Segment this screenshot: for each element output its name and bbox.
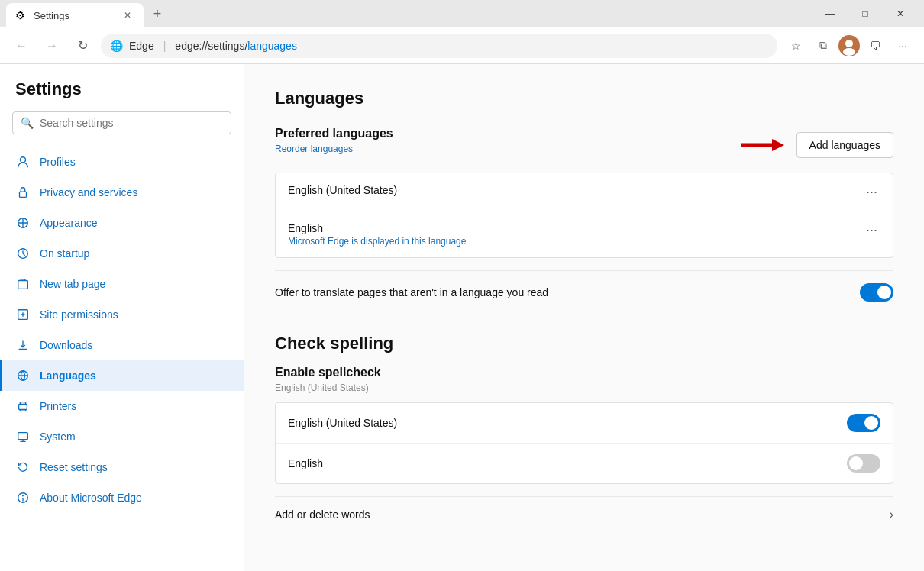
reorder-languages-link[interactable]: Reorder languages: [275, 144, 393, 154]
refresh-button[interactable]: ↻: [70, 34, 95, 58]
sidebar-item-label: New tab page: [40, 278, 105, 290]
preferred-languages-section: Preferred languages Reorder languages Ad…: [275, 127, 893, 309]
sidebar-item-label: Privacy and services: [40, 186, 137, 198]
lang-name: English (United States): [288, 184, 397, 196]
sidebar-item-label: Reset settings: [40, 461, 108, 473]
sidebar-item-label: About Microsoft Edge: [40, 492, 142, 504]
tab-close-button[interactable]: ✕: [121, 8, 134, 22]
title-bar: ⚙ Settings ✕ + — □ ✕: [0, 0, 924, 27]
site-permissions-icon: [15, 307, 31, 322]
sidebar-item-on-startup[interactable]: On startup: [0, 238, 244, 269]
sidebar-item-profiles[interactable]: Profiles: [0, 147, 244, 177]
profile-avatar[interactable]: [838, 35, 860, 56]
sidebar-item-printers[interactable]: Printers: [0, 391, 244, 421]
translate-toggle[interactable]: [860, 283, 893, 302]
svg-rect-6: [18, 281, 28, 289]
add-languages-button[interactable]: Add languages: [796, 132, 893, 158]
toggle-knob: [877, 286, 891, 299]
svg-point-12: [23, 495, 24, 496]
spellcheck-title: Enable spellcheck: [275, 366, 893, 379]
lang-more-button[interactable]: ···: [863, 184, 880, 200]
system-icon: [15, 429, 31, 444]
translate-toggle-label: Offer to translate pages that aren't in …: [275, 286, 548, 298]
forward-button[interactable]: →: [40, 34, 64, 58]
feedback-button[interactable]: 🗨: [863, 34, 887, 58]
search-box[interactable]: 🔍: [12, 111, 231, 134]
sidebar-item-about[interactable]: About Microsoft Edge: [0, 482, 244, 513]
translate-toggle-row: Offer to translate pages that aren't in …: [275, 270, 893, 309]
sidebar: Settings 🔍 Profiles Privacy and services…: [0, 64, 244, 571]
tab-title: Settings: [34, 10, 115, 21]
add-languages-wrap: Add languages: [738, 132, 893, 158]
sidebar-item-new-tab[interactable]: New tab page: [0, 269, 244, 299]
preferred-languages-list: English (United States) ··· English Micr…: [275, 173, 893, 258]
maximize-button[interactable]: □: [848, 0, 883, 27]
sidebar-item-reset[interactable]: Reset settings: [0, 452, 244, 482]
close-button[interactable]: ✕: [883, 0, 918, 27]
appearance-icon: [15, 215, 31, 231]
sidebar-item-appearance[interactable]: Appearance: [0, 208, 244, 238]
spellcheck-sublang: English (United States): [275, 382, 893, 393]
edge-logo-icon: 🌐: [110, 40, 123, 52]
new-tab-button[interactable]: +: [147, 3, 168, 24]
sidebar-item-system[interactable]: System: [0, 421, 244, 452]
lang-name: English: [288, 222, 466, 234]
svg-point-0: [845, 40, 853, 47]
page-title: Languages: [275, 89, 893, 108]
about-icon: [15, 490, 31, 505]
address-input[interactable]: 🌐 Edge | edge://settings/languages: [101, 34, 777, 58]
window-controls: — □ ✕: [813, 0, 918, 27]
svg-point-1: [843, 48, 855, 56]
collections-button[interactable]: ⧉: [811, 34, 835, 58]
toggle-slider: [847, 414, 880, 432]
back-button[interactable]: ←: [9, 34, 34, 58]
privacy-icon: [15, 185, 31, 200]
sidebar-item-label: Languages: [40, 369, 96, 382]
add-delete-words-row[interactable]: Add or delete words ›: [275, 496, 893, 532]
spell-item-english-us: English (United States): [276, 403, 893, 444]
on-startup-icon: [15, 246, 31, 261]
svg-point-2: [20, 157, 25, 163]
search-icon: 🔍: [21, 117, 34, 129]
minimize-button[interactable]: —: [813, 0, 848, 27]
spell-lang-name: English (United States): [288, 417, 397, 429]
tab-area: ⚙ Settings ✕ +: [6, 0, 813, 27]
add-delete-words-label: Add or delete words: [275, 508, 370, 521]
lang-item-english: English Microsoft Edge is displayed in t…: [276, 211, 893, 257]
new-tab-icon: [15, 276, 31, 292]
lang-item-left: English (United States): [288, 184, 397, 196]
sidebar-item-label: Site permissions: [40, 308, 118, 321]
address-bar: ← → ↻ 🌐 Edge | edge://settings/languages…: [0, 27, 924, 64]
languages-icon: [15, 368, 31, 383]
check-spelling-section: Check spelling Enable spellcheck English…: [275, 334, 893, 532]
more-button[interactable]: ···: [890, 34, 915, 58]
spell-toggle-english[interactable]: [847, 454, 880, 473]
sidebar-item-downloads[interactable]: Downloads: [0, 330, 244, 360]
reset-icon: [15, 460, 31, 475]
search-input[interactable]: [40, 117, 223, 129]
url-highlight: languages: [247, 40, 297, 52]
content-area: Languages Preferred languages Reorder la…: [244, 64, 924, 571]
sidebar-item-label: Profiles: [40, 156, 76, 168]
address-actions: ☆ ⧉ 🗨 ···: [783, 34, 915, 58]
spell-header: Enable spellcheck English (United States…: [275, 366, 893, 393]
spell-lang-name: English: [288, 457, 323, 469]
favorite-button[interactable]: ☆: [783, 34, 808, 58]
sidebar-item-site-permissions[interactable]: Site permissions: [0, 299, 244, 330]
printers-icon: [15, 398, 31, 414]
sidebar-item-privacy[interactable]: Privacy and services: [0, 177, 244, 208]
settings-tab[interactable]: ⚙ Settings ✕: [6, 3, 144, 27]
arrow-indicator: [738, 134, 784, 156]
lang-item-left: English Microsoft Edge is displayed in t…: [288, 222, 466, 247]
sidebar-item-label: Appearance: [40, 217, 98, 229]
spellcheck-list: English (United States) English: [275, 402, 893, 484]
sidebar-item-label: System: [40, 431, 76, 443]
toggle-slider: [860, 283, 893, 302]
main-layout: Settings 🔍 Profiles Privacy and services…: [0, 64, 924, 571]
sidebar-item-languages[interactable]: Languages: [0, 360, 244, 391]
spell-toggle-english-us[interactable]: [847, 414, 880, 432]
svg-rect-10: [18, 433, 28, 440]
sidebar-item-label: On startup: [40, 247, 89, 260]
svg-marker-14: [772, 139, 784, 151]
lang-more-button[interactable]: ···: [863, 222, 880, 238]
